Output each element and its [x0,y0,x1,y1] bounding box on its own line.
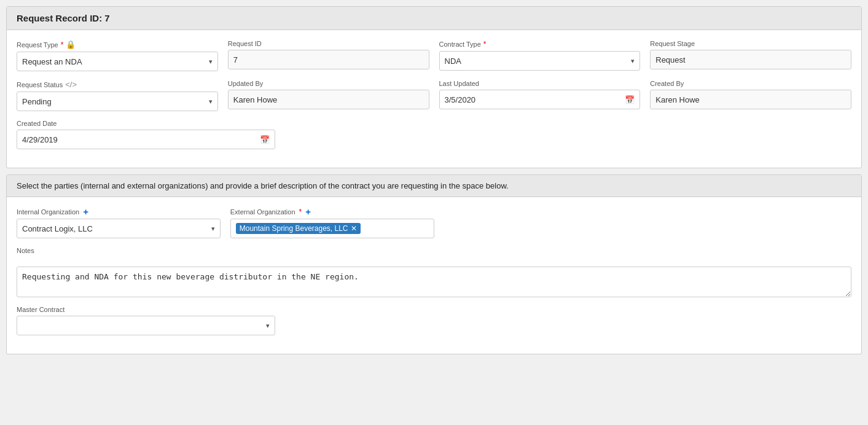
request-id-field: 7 [228,50,429,69]
code-icon: </> [65,80,77,89]
calendar-icon-last-updated: 📅 [625,95,635,104]
created-by-label: Created By [650,80,684,87]
tag-remove-icon[interactable]: ✕ [351,225,357,232]
internal-org-value: Contract Logix, LLC [22,224,93,233]
calendar-icon-created-date: 📅 [260,135,270,144]
required-star-contract-type: * [483,40,487,49]
add-internal-org-button[interactable]: + [83,207,88,216]
contract-type-label: Contract Type [439,41,481,48]
request-type-label: Request Type [17,41,58,49]
lock-icon: 🔒 [66,40,76,49]
created-date-value: 4/29/2019 [22,135,58,144]
last-updated-value: 3/5/2020 [445,95,476,104]
updated-by-field: Karen Howe [228,90,429,109]
external-org-label: External Organization [230,208,295,216]
request-status-label: Request Status [17,81,63,88]
required-star-external-org: * [299,208,302,216]
created-by-value: Karen Howe [655,95,700,104]
chevron-down-icon-status: ▾ [209,98,213,106]
required-star-request-type: * [61,41,64,49]
external-org-tag-field[interactable]: Mountain Spring Beverages, LLC ✕ [230,219,434,238]
created-by-field: Karen Howe [650,90,851,109]
chevron-down-icon: ▾ [209,58,213,66]
request-type-select[interactable]: Request an NDA ▾ [17,52,218,71]
last-updated-label: Last Updated [439,80,479,87]
request-stage-value: Request [655,55,685,64]
master-contract-select[interactable]: ▾ [17,316,275,335]
contract-type-select[interactable]: NDA ▾ [439,51,641,71]
section2-description: Select the parties (internal and externa… [17,181,509,190]
notes-textarea[interactable]: Requesting and NDA for this new beverage… [17,267,851,297]
request-status-value: Pending [22,97,52,106]
request-id-label: Request ID [228,40,262,47]
add-external-org-button[interactable]: + [305,207,311,216]
request-status-select[interactable]: Pending ▾ [17,92,218,111]
internal-org-label: Internal Organization [17,208,79,216]
last-updated-field[interactable]: 3/5/2020 📅 [439,90,641,109]
created-date-field[interactable]: 4/29/2019 📅 [17,130,275,149]
external-org-tag-text: Mountain Spring Beverages, LLC [240,224,348,233]
page-title: Request Record ID: 7 [17,13,110,23]
external-org-tag: Mountain Spring Beverages, LLC ✕ [236,223,361,234]
chevron-down-icon-contract: ▾ [631,57,635,65]
updated-by-value: Karen Howe [233,95,278,104]
master-contract-label: Master Contract [17,306,65,313]
notes-label: Notes [17,247,34,254]
request-stage-label: Request Stage [650,40,695,47]
updated-by-label: Updated By [228,80,263,87]
request-type-value: Request an NDA [22,57,82,66]
request-stage-field: Request [650,50,851,69]
chevron-down-icon-master-contract: ▾ [266,322,270,330]
created-date-label: Created Date [17,120,57,127]
chevron-down-icon-internal-org: ▾ [211,225,215,233]
request-id-value: 7 [233,55,238,64]
internal-org-select[interactable]: Contract Logix, LLC ▾ [17,219,221,238]
contract-type-value: NDA [445,57,461,66]
